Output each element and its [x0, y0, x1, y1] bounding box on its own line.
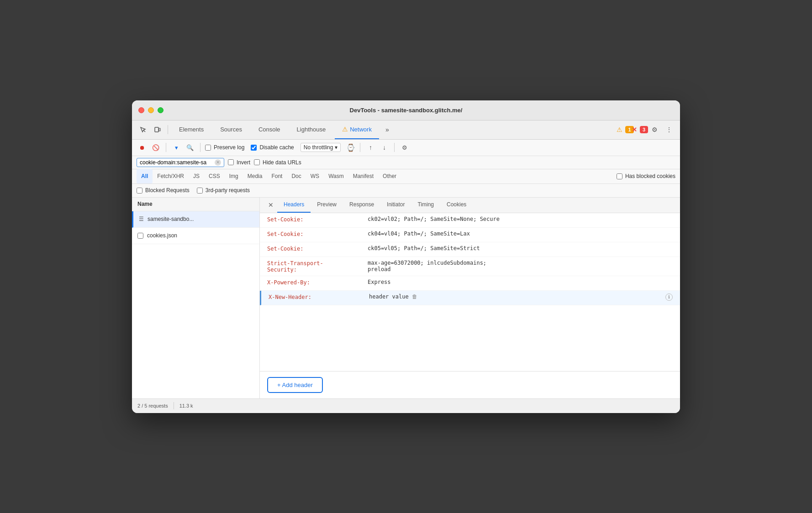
close-button[interactable] — [138, 107, 144, 113]
blocked-requests-checkbox[interactable]: Blocked Requests — [137, 187, 190, 194]
add-header-button[interactable]: + Add header — [267, 377, 323, 393]
minimize-button[interactable] — [148, 107, 154, 113]
header-tab-timing[interactable]: Timing — [411, 198, 440, 213]
header-row-x-powered-by: X-Powered-By: Express — [260, 276, 680, 291]
tab-sources[interactable]: Sources — [213, 120, 249, 139]
request-list-header: Name — [132, 198, 259, 211]
headers-panel: ✕ Headers Preview Response Initiator Tim… — [260, 198, 680, 398]
header-key-x-powered-by: X-Powered-By: — [267, 279, 368, 286]
header-key-set-cookie-3: Set-Cookie: — [267, 245, 368, 252]
toolbar-sep-1 — [166, 143, 166, 152]
header-value-set-cookie-3: ck05=vl05; Path=/; SameSite=Strict — [368, 245, 673, 251]
type-tab-font[interactable]: Font — [267, 169, 287, 183]
header-value-strict-transport: max-age=63072000; inlcudeSubdomains; pre… — [368, 260, 673, 272]
header-tab-headers[interactable]: Headers — [277, 198, 311, 213]
has-blocked-cookies-input[interactable] — [617, 173, 622, 179]
header-key-strict-transport: Strict-Transport- Security: — [267, 260, 368, 273]
request-item-checkbox[interactable] — [137, 233, 143, 239]
download-icon[interactable]: ↓ — [379, 142, 390, 153]
type-tab-doc[interactable]: Doc — [287, 169, 306, 183]
throttle-select[interactable]: No throttling ▾ — [301, 143, 341, 152]
tab-network[interactable]: ⚠ Network — [335, 120, 379, 139]
type-tab-img[interactable]: Img — [225, 169, 243, 183]
header-tab-cookies[interactable]: Cookies — [440, 198, 473, 213]
toolbar-settings-area: ⚠ 1 ✕ 3 ⚙ ⋮ — [619, 123, 675, 136]
has-blocked-cookies-container: Has blocked cookies — [617, 173, 675, 179]
header-tab-response[interactable]: Response — [343, 198, 380, 213]
blocked-requests-input[interactable] — [137, 188, 142, 194]
close-panel-button[interactable]: ✕ — [264, 198, 277, 213]
header-row-strict-transport: Strict-Transport- Security: max-age=6307… — [260, 257, 680, 276]
network-toolbar: ⏺ 🚫 ▾ 🔍 Preserve log Disable cache No th… — [132, 140, 680, 156]
warning-badge-button[interactable]: ⚠ 1 — [619, 123, 632, 136]
disable-cache-input[interactable] — [251, 145, 257, 151]
title-bar: DevTools - samesite-sandbox.glitch.me/ — [132, 100, 680, 120]
header-row-x-new-header: X-New-Header: header value 🗑 ℹ — [260, 291, 680, 305]
tab-console[interactable]: Console — [251, 120, 288, 139]
delete-header-icon[interactable]: 🗑 — [412, 293, 417, 300]
hide-data-urls-input[interactable] — [254, 159, 260, 165]
record-button[interactable]: ⏺ — [137, 142, 148, 153]
type-tab-ws[interactable]: WS — [306, 169, 324, 183]
preserve-log-checkbox[interactable]: Preserve log — [205, 144, 244, 151]
filter-input-container: ✕ — [137, 158, 224, 167]
extra-filter-bar: Blocked Requests 3rd-party requests — [132, 184, 680, 198]
header-tab-initiator[interactable]: Initiator — [380, 198, 411, 213]
hide-data-urls-checkbox[interactable]: Hide data URLs — [254, 159, 301, 166]
main-content: Name ☰ samesite-sandbo... cookies.json ✕… — [132, 198, 680, 398]
type-tab-all[interactable]: All — [137, 169, 153, 183]
tab-elements[interactable]: Elements — [172, 120, 211, 139]
type-tab-js[interactable]: JS — [189, 169, 204, 183]
header-key-set-cookie-2: Set-Cookie: — [267, 230, 368, 237]
header-tab-preview[interactable]: Preview — [311, 198, 343, 213]
third-party-checkbox[interactable]: 3rd-party requests — [197, 187, 250, 194]
invert-input[interactable] — [228, 159, 234, 165]
network-settings-icon[interactable]: ⚙ — [399, 142, 410, 153]
devtools-window: DevTools - samesite-sandbox.glitch.me/ E… — [132, 100, 680, 413]
header-value-x-powered-by: Express — [368, 279, 673, 285]
error-badge-button[interactable]: ✕ 3 — [633, 123, 646, 136]
type-tab-media[interactable]: Media — [243, 169, 267, 183]
add-header-area: + Add header — [260, 371, 680, 398]
header-row-set-cookie-3: Set-Cookie: ck05=vl05; Path=/; SameSite=… — [260, 242, 680, 257]
more-options-icon[interactable]: ⋮ — [663, 123, 675, 136]
wifi-icon: ⌚ — [346, 143, 355, 152]
device-mode-icon[interactable] — [151, 123, 164, 136]
type-tab-css[interactable]: CSS — [204, 169, 225, 183]
type-tab-wasm[interactable]: Wasm — [324, 169, 348, 183]
type-filter-bar: All Fetch/XHR JS CSS Img Media Font Doc … — [132, 169, 680, 184]
more-tabs-button[interactable]: » — [381, 123, 394, 136]
toolbar-separator — [168, 125, 168, 134]
filter-clear-button[interactable]: ✕ — [215, 159, 221, 166]
invert-checkbox[interactable]: Invert — [228, 159, 250, 166]
filter-icon[interactable]: ▾ — [171, 142, 182, 153]
request-count: 2 / 5 requests — [137, 403, 168, 408]
header-row-set-cookie-2: Set-Cookie: ck04=vl04; Path=/; SameSite=… — [260, 228, 680, 242]
tab-lighthouse[interactable]: Lighthouse — [290, 120, 333, 139]
type-tab-fetch-xhr[interactable]: Fetch/XHR — [153, 169, 189, 183]
info-icon[interactable]: ℹ — [665, 293, 673, 301]
third-party-input[interactable] — [197, 188, 203, 194]
request-item-samesite[interactable]: ☰ samesite-sandbo... — [132, 211, 259, 228]
preserve-log-input[interactable] — [205, 145, 211, 151]
search-icon[interactable]: 🔍 — [185, 142, 195, 153]
headers-tabs: ✕ Headers Preview Response Initiator Tim… — [260, 198, 680, 213]
clear-button[interactable]: 🚫 — [150, 142, 161, 153]
svg-rect-2 — [159, 128, 160, 131]
settings-icon[interactable]: ⚙ — [648, 123, 661, 136]
cursor-icon[interactable] — [137, 123, 149, 136]
header-actions: ℹ — [665, 293, 673, 301]
main-toolbar: Elements Sources Console Lighthouse ⚠ Ne… — [132, 120, 680, 140]
maximize-button[interactable] — [158, 107, 163, 113]
toolbar-sep-4 — [394, 143, 395, 152]
toolbar-sep-2 — [200, 143, 200, 152]
type-tab-other[interactable]: Other — [378, 169, 401, 183]
header-value-set-cookie-1: ck02=vl02; Path=/; SameSite=None; Secure — [368, 216, 673, 222]
header-value-set-cookie-2: ck04=vl04; Path=/; SameSite=Lax — [368, 230, 673, 237]
upload-icon[interactable]: ↑ — [365, 142, 376, 153]
disable-cache-checkbox[interactable]: Disable cache — [251, 144, 294, 151]
request-item-cookies[interactable]: cookies.json — [132, 228, 259, 244]
error-count-badge: 3 — [640, 126, 648, 133]
type-tab-manifest[interactable]: Manifest — [348, 169, 378, 183]
filter-input[interactable] — [140, 159, 213, 166]
